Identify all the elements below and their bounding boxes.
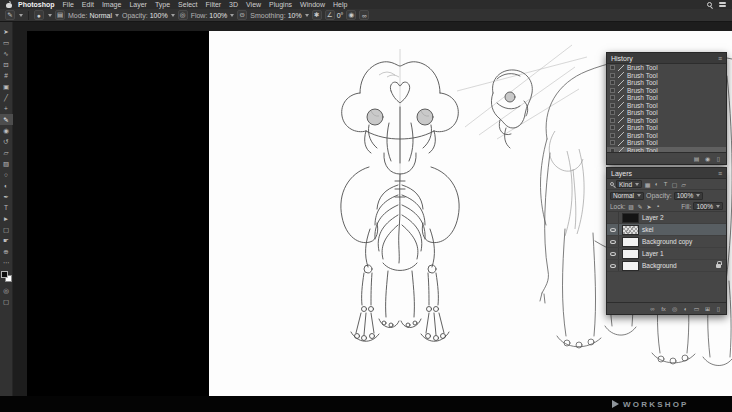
history-brush-tool[interactable]: ↺ xyxy=(0,136,13,147)
layer-blend-mode-dropdown[interactable]: Normal xyxy=(610,192,644,200)
pen-tool[interactable]: ✒ xyxy=(0,191,13,202)
history-source-checkbox[interactable] xyxy=(610,73,615,78)
layer-row-skel[interactable]: skel xyxy=(607,224,726,236)
frame-tool[interactable]: ▣ xyxy=(0,81,13,92)
menu-window[interactable]: Window xyxy=(296,0,329,9)
control-center-icon[interactable] xyxy=(719,2,726,8)
new-snapshot-icon[interactable]: ◉ xyxy=(704,155,711,163)
layer-row-layer-2[interactable]: Layer 2 xyxy=(607,212,726,224)
menu-image[interactable]: Image xyxy=(98,0,125,9)
panel-menu-icon[interactable]: ≡ xyxy=(718,55,722,62)
tablet-pressure-opacity-icon[interactable]: ◎ xyxy=(178,10,188,20)
gradient-tool[interactable]: ▨ xyxy=(0,158,13,169)
lock-image-pixels-icon[interactable]: ✎ xyxy=(637,202,644,210)
history-state[interactable]: Brush Tool xyxy=(607,109,726,117)
crop-tool[interactable]: # xyxy=(0,70,13,81)
visibility-toggle[interactable] xyxy=(607,236,619,247)
new-layer-icon[interactable]: ⊞ xyxy=(704,305,711,313)
quick-mask-button[interactable]: ◎ xyxy=(0,285,13,296)
apple-menu-icon[interactable] xyxy=(6,1,12,8)
delete-layer-icon[interactable]: ▯ xyxy=(715,305,722,313)
layer-name[interactable]: Layer 1 xyxy=(642,250,664,257)
lock-position-icon[interactable]: ➤ xyxy=(646,202,653,210)
layer-row-background-copy[interactable]: Background copy xyxy=(607,236,726,248)
marquee-tool[interactable]: ▭ xyxy=(0,37,13,48)
history-state[interactable]: Brush Tool xyxy=(607,94,726,102)
filter-adjustment-layers-icon[interactable]: ◐ xyxy=(653,180,660,188)
object-selection-tool[interactable]: ⊡ xyxy=(0,59,13,70)
blur-tool[interactable]: ○ xyxy=(0,169,13,180)
screen-mode-button[interactable]: ▢ xyxy=(0,296,13,307)
adjustment-layer-icon[interactable]: ◐ xyxy=(682,305,689,313)
link-layers-icon[interactable]: ∞ xyxy=(649,305,656,313)
layer-row-background[interactable]: Background xyxy=(607,260,726,272)
move-tool[interactable]: ➤ xyxy=(0,26,13,37)
panel-menu-icon[interactable]: ≡ xyxy=(718,170,722,177)
smoothing-control[interactable]: Smoothing: 10% xyxy=(250,12,308,19)
filter-smart-objects-icon[interactable]: ▱ xyxy=(680,180,687,188)
brush-panel-toggle-icon[interactable]: ▤ xyxy=(55,10,65,20)
mode-value[interactable]: Normal xyxy=(89,12,112,19)
visibility-toggle[interactable] xyxy=(607,212,619,223)
menu-help[interactable]: Help xyxy=(329,0,351,9)
layers-panel-header[interactable]: Layers ≡ xyxy=(607,168,726,179)
menu-3d[interactable]: 3D xyxy=(225,0,242,9)
history-source-checkbox[interactable] xyxy=(610,140,615,145)
brush-angle-value[interactable]: 0° xyxy=(337,12,344,19)
app-menu[interactable]: Photoshop xyxy=(14,0,59,9)
brush-tool[interactable]: ✎ xyxy=(0,114,13,125)
fill-dropdown[interactable]: 100% xyxy=(693,202,723,210)
brush-angle-control[interactable]: ∠ 0° xyxy=(325,10,344,20)
visibility-toggle[interactable] xyxy=(607,260,619,271)
menu-layer[interactable]: Layer xyxy=(125,0,151,9)
history-state[interactable]: Brush Tool xyxy=(607,87,726,95)
add-layer-mask-icon[interactable]: ◎ xyxy=(671,305,678,313)
history-source-checkbox[interactable] xyxy=(610,118,615,123)
menu-file[interactable]: File xyxy=(59,0,78,9)
menu-type[interactable]: Type xyxy=(151,0,174,9)
visibility-toggle[interactable] xyxy=(607,248,619,259)
color-swatches[interactable] xyxy=(1,271,12,282)
layer-thumbnail[interactable] xyxy=(622,249,639,259)
clone-stamp-tool[interactable]: ◉ xyxy=(0,125,13,136)
eraser-tool[interactable]: ▱ xyxy=(0,147,13,158)
layer-name[interactable]: skel xyxy=(642,226,654,233)
lock-all-icon[interactable]: ▪ xyxy=(655,202,662,210)
menu-edit[interactable]: Edit xyxy=(78,0,98,9)
layer-thumbnail[interactable] xyxy=(622,225,639,235)
tool-preset-icon[interactable]: ✎ xyxy=(5,10,15,20)
filter-pixel-layers-icon[interactable]: ▦ xyxy=(644,180,651,188)
history-source-checkbox[interactable] xyxy=(610,95,615,100)
zoom-tool[interactable]: ⊕ xyxy=(0,246,13,257)
edit-toolbar-button[interactable]: ⋯ xyxy=(0,257,13,268)
foreground-color-swatch[interactable] xyxy=(1,271,8,278)
spotlight-search-icon[interactable] xyxy=(707,2,712,7)
hand-tool[interactable]: ☛ xyxy=(0,235,13,246)
history-state[interactable]: Brush Tool xyxy=(607,102,726,110)
path-selection-tool[interactable]: ► xyxy=(0,213,13,224)
layer-row-layer-1[interactable]: Layer 1 xyxy=(607,248,726,260)
layer-name[interactable]: Background xyxy=(642,262,677,269)
history-state[interactable]: Brush Tool xyxy=(607,79,726,87)
paint-symmetry-icon[interactable]: ∞ xyxy=(359,10,369,20)
dodge-tool[interactable]: ◐ xyxy=(0,180,13,191)
history-source-checkbox[interactable] xyxy=(610,65,615,70)
healing-brush-tool[interactable]: + xyxy=(0,103,13,114)
lasso-tool[interactable]: ∿ xyxy=(0,48,13,59)
blend-mode-control[interactable]: Mode: Normal xyxy=(68,12,119,19)
smoothing-value[interactable]: 10% xyxy=(288,12,302,19)
layer-name[interactable]: Layer 2 xyxy=(642,214,664,221)
delete-state-icon[interactable]: ▯ xyxy=(715,155,722,163)
layer-name[interactable]: Background copy xyxy=(642,238,692,245)
menu-plugins[interactable]: Plugins xyxy=(265,0,296,9)
new-group-icon[interactable]: ▭ xyxy=(693,305,700,313)
filter-kind-dropdown[interactable]: Kind xyxy=(616,180,642,188)
menu-select[interactable]: Select xyxy=(174,0,201,9)
opacity-control[interactable]: Opacity: 100% xyxy=(122,12,175,19)
history-source-checkbox[interactable] xyxy=(610,110,615,115)
layer-thumbnail[interactable] xyxy=(622,237,639,247)
history-state[interactable]: Brush Tool xyxy=(607,72,726,80)
history-state[interactable]: Brush Tool xyxy=(607,124,726,132)
smoothing-options-icon[interactable]: ✱ xyxy=(312,10,322,20)
flow-control[interactable]: Flow: 100% xyxy=(191,12,235,19)
